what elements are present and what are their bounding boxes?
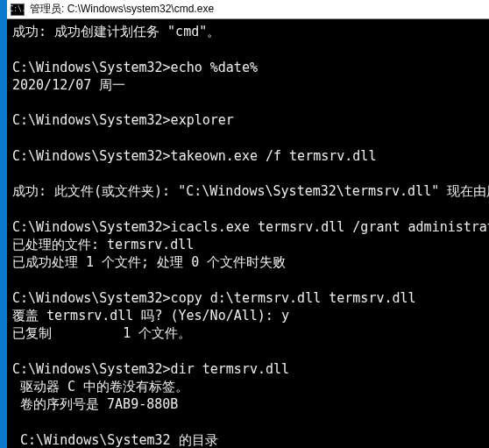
terminal-line: C:\Windows\System32>icacls.exe termsrv.d… bbox=[12, 218, 485, 236]
terminal-line: 已处理的文件: termsrv.dll bbox=[12, 236, 485, 253]
terminal-line bbox=[12, 165, 485, 182]
terminal-line bbox=[12, 94, 485, 111]
terminal-line bbox=[12, 343, 485, 360]
cmd-icon: C:\. bbox=[11, 4, 25, 16]
terminal-line: 驱动器 C 中的卷没有标签。 bbox=[12, 378, 485, 395]
terminal-line: C:\Windows\System32 的目录 bbox=[12, 431, 485, 448]
terminal-line: C:\Windows\System32>takeown.exe /f terms… bbox=[12, 147, 485, 165]
window-title: 管理员: C:\Windows\system32\cmd.exe bbox=[30, 2, 214, 17]
terminal-line: 已复制 1 个文件。 bbox=[12, 324, 485, 342]
terminal-line: 成功: 成功创建计划任务 "cmd"。 bbox=[12, 23, 485, 40]
terminal-line: C:\Windows\System32>copy d:\termsrv.dll … bbox=[12, 289, 485, 307]
terminal-line: 已成功处理 1 个文件; 处理 0 个文件时失败 bbox=[12, 253, 485, 271]
cmd-window: C:\. 管理员: C:\Windows\system32\cmd.exe 成功… bbox=[7, 0, 489, 448]
terminal-line: C:\Windows\System32>explorer bbox=[12, 111, 485, 129]
terminal-line bbox=[12, 40, 485, 58]
terminal-area[interactable]: 成功: 成功创建计划任务 "cmd"。 C:\Windows\System32>… bbox=[7, 19, 489, 448]
terminal-line bbox=[12, 414, 485, 431]
terminal-line: 成功: 此文件(或文件夹): "C:\Windows\System32\term… bbox=[12, 182, 485, 200]
terminal-line bbox=[12, 201, 485, 218]
terminal-line bbox=[12, 272, 485, 289]
terminal-line: C:\Windows\System32>dir termsrv.dll bbox=[12, 360, 485, 378]
terminal-line: 卷的序列号是 7AB9-880B bbox=[12, 395, 485, 413]
terminal-line bbox=[12, 130, 485, 147]
terminal-line: C:\Windows\System32>echo %date% bbox=[12, 59, 485, 76]
window-titlebar[interactable]: C:\. 管理员: C:\Windows\system32\cmd.exe bbox=[7, 0, 489, 19]
terminal-line: 2020/12/07 周一 bbox=[12, 76, 485, 94]
terminal-line: 覆盖 termsrv.dll 吗? (Yes/No/All): y bbox=[12, 307, 485, 324]
